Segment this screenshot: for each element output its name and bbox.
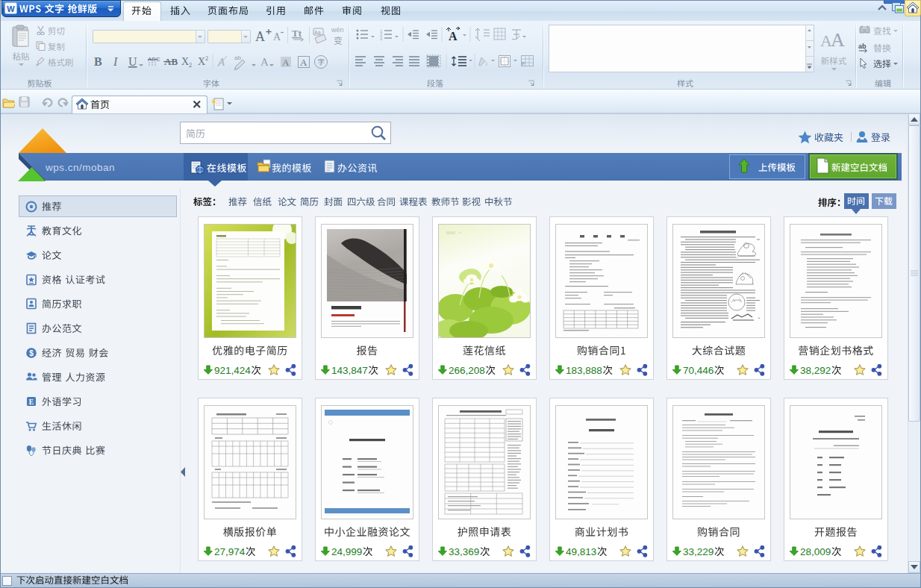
- svg-text:$: $: [29, 348, 34, 357]
- svg-text:ab: ab: [858, 43, 867, 50]
- svg-text:F: F: [522, 60, 525, 67]
- svg-text:A: A: [831, 29, 845, 51]
- svg-text:E: E: [29, 398, 34, 406]
